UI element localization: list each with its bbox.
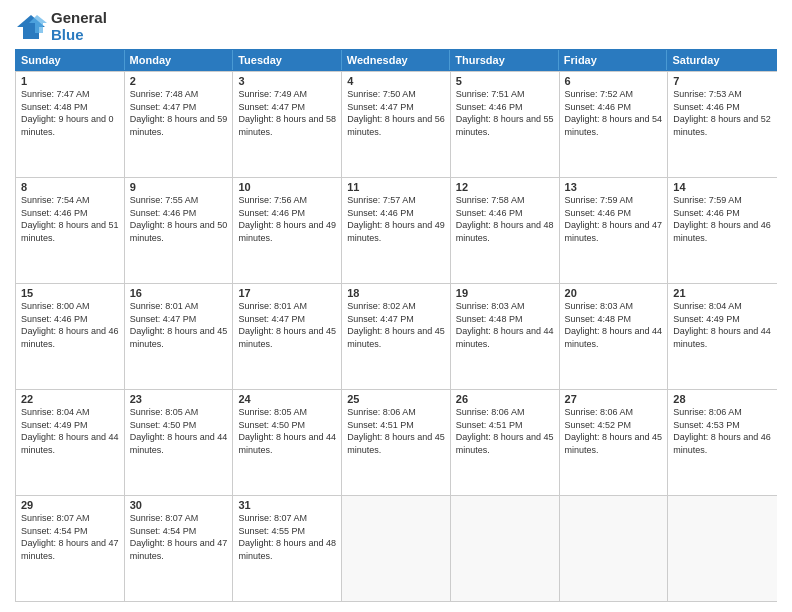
calendar-cell bbox=[560, 496, 669, 601]
calendar-cell: 10Sunrise: 7:56 AMSunset: 4:46 PMDayligh… bbox=[233, 178, 342, 283]
day-number: 18 bbox=[347, 287, 445, 299]
day-number: 20 bbox=[565, 287, 663, 299]
calendar-cell: 19Sunrise: 8:03 AMSunset: 4:48 PMDayligh… bbox=[451, 284, 560, 389]
cell-info: Sunrise: 7:47 AMSunset: 4:48 PMDaylight:… bbox=[21, 89, 114, 137]
day-number: 5 bbox=[456, 75, 554, 87]
day-number: 10 bbox=[238, 181, 336, 193]
calendar-cell: 14Sunrise: 7:59 AMSunset: 4:46 PMDayligh… bbox=[668, 178, 777, 283]
day-number: 1 bbox=[21, 75, 119, 87]
calendar-row: 29Sunrise: 8:07 AMSunset: 4:54 PMDayligh… bbox=[16, 495, 777, 601]
day-number: 28 bbox=[673, 393, 772, 405]
calendar-cell: 28Sunrise: 8:06 AMSunset: 4:53 PMDayligh… bbox=[668, 390, 777, 495]
day-number: 11 bbox=[347, 181, 445, 193]
calendar-cell: 20Sunrise: 8:03 AMSunset: 4:48 PMDayligh… bbox=[560, 284, 669, 389]
calendar-cell: 18Sunrise: 8:02 AMSunset: 4:47 PMDayligh… bbox=[342, 284, 451, 389]
calendar-cell: 16Sunrise: 8:01 AMSunset: 4:47 PMDayligh… bbox=[125, 284, 234, 389]
cell-info: Sunrise: 8:00 AMSunset: 4:46 PMDaylight:… bbox=[21, 301, 119, 349]
day-number: 3 bbox=[238, 75, 336, 87]
header-day: Wednesday bbox=[342, 50, 451, 70]
calendar-row: 22Sunrise: 8:04 AMSunset: 4:49 PMDayligh… bbox=[16, 389, 777, 495]
calendar-cell: 3Sunrise: 7:49 AMSunset: 4:47 PMDaylight… bbox=[233, 72, 342, 177]
day-number: 8 bbox=[21, 181, 119, 193]
day-number: 30 bbox=[130, 499, 228, 511]
calendar-cell: 9Sunrise: 7:55 AMSunset: 4:46 PMDaylight… bbox=[125, 178, 234, 283]
header-day: Thursday bbox=[450, 50, 559, 70]
calendar-row: 15Sunrise: 8:00 AMSunset: 4:46 PMDayligh… bbox=[16, 283, 777, 389]
calendar-cell: 1Sunrise: 7:47 AMSunset: 4:48 PMDaylight… bbox=[16, 72, 125, 177]
header-day: Monday bbox=[125, 50, 234, 70]
day-number: 7 bbox=[673, 75, 772, 87]
calendar-cell: 12Sunrise: 7:58 AMSunset: 4:46 PMDayligh… bbox=[451, 178, 560, 283]
cell-info: Sunrise: 7:49 AMSunset: 4:47 PMDaylight:… bbox=[238, 89, 336, 137]
calendar-cell bbox=[451, 496, 560, 601]
day-number: 15 bbox=[21, 287, 119, 299]
cell-info: Sunrise: 8:06 AMSunset: 4:51 PMDaylight:… bbox=[347, 407, 445, 455]
cell-info: Sunrise: 7:48 AMSunset: 4:47 PMDaylight:… bbox=[130, 89, 228, 137]
calendar-cell: 29Sunrise: 8:07 AMSunset: 4:54 PMDayligh… bbox=[16, 496, 125, 601]
cell-info: Sunrise: 7:54 AMSunset: 4:46 PMDaylight:… bbox=[21, 195, 119, 243]
cell-info: Sunrise: 7:53 AMSunset: 4:46 PMDaylight:… bbox=[673, 89, 771, 137]
calendar-cell: 24Sunrise: 8:05 AMSunset: 4:50 PMDayligh… bbox=[233, 390, 342, 495]
cell-info: Sunrise: 7:59 AMSunset: 4:46 PMDaylight:… bbox=[673, 195, 771, 243]
calendar-header: SundayMondayTuesdayWednesdayThursdayFrid… bbox=[15, 49, 777, 71]
cell-info: Sunrise: 8:06 AMSunset: 4:53 PMDaylight:… bbox=[673, 407, 771, 455]
calendar-cell: 26Sunrise: 8:06 AMSunset: 4:51 PMDayligh… bbox=[451, 390, 560, 495]
day-number: 27 bbox=[565, 393, 663, 405]
day-number: 9 bbox=[130, 181, 228, 193]
cell-info: Sunrise: 7:55 AMSunset: 4:46 PMDaylight:… bbox=[130, 195, 228, 243]
cell-info: Sunrise: 8:06 AMSunset: 4:52 PMDaylight:… bbox=[565, 407, 663, 455]
calendar-cell: 21Sunrise: 8:04 AMSunset: 4:49 PMDayligh… bbox=[668, 284, 777, 389]
cell-info: Sunrise: 8:01 AMSunset: 4:47 PMDaylight:… bbox=[130, 301, 228, 349]
calendar-cell: 6Sunrise: 7:52 AMSunset: 4:46 PMDaylight… bbox=[560, 72, 669, 177]
page: General Blue SundayMondayTuesdayWednesda… bbox=[0, 0, 792, 612]
day-number: 6 bbox=[565, 75, 663, 87]
header-day: Saturday bbox=[667, 50, 776, 70]
header-day: Sunday bbox=[16, 50, 125, 70]
header-day: Friday bbox=[559, 50, 668, 70]
calendar-cell: 15Sunrise: 8:00 AMSunset: 4:46 PMDayligh… bbox=[16, 284, 125, 389]
cell-info: Sunrise: 8:07 AMSunset: 4:55 PMDaylight:… bbox=[238, 513, 336, 561]
cell-info: Sunrise: 8:03 AMSunset: 4:48 PMDaylight:… bbox=[456, 301, 554, 349]
day-number: 21 bbox=[673, 287, 772, 299]
calendar-cell: 13Sunrise: 7:59 AMSunset: 4:46 PMDayligh… bbox=[560, 178, 669, 283]
calendar-cell bbox=[668, 496, 777, 601]
day-number: 13 bbox=[565, 181, 663, 193]
cell-info: Sunrise: 8:03 AMSunset: 4:48 PMDaylight:… bbox=[565, 301, 663, 349]
cell-info: Sunrise: 7:59 AMSunset: 4:46 PMDaylight:… bbox=[565, 195, 663, 243]
cell-info: Sunrise: 8:02 AMSunset: 4:47 PMDaylight:… bbox=[347, 301, 445, 349]
calendar-row: 8Sunrise: 7:54 AMSunset: 4:46 PMDaylight… bbox=[16, 177, 777, 283]
calendar-cell: 7Sunrise: 7:53 AMSunset: 4:46 PMDaylight… bbox=[668, 72, 777, 177]
day-number: 24 bbox=[238, 393, 336, 405]
cell-info: Sunrise: 8:05 AMSunset: 4:50 PMDaylight:… bbox=[130, 407, 228, 455]
header: General Blue bbox=[15, 10, 777, 43]
calendar-cell: 25Sunrise: 8:06 AMSunset: 4:51 PMDayligh… bbox=[342, 390, 451, 495]
calendar-cell: 5Sunrise: 7:51 AMSunset: 4:46 PMDaylight… bbox=[451, 72, 560, 177]
day-number: 19 bbox=[456, 287, 554, 299]
calendar-cell: 31Sunrise: 8:07 AMSunset: 4:55 PMDayligh… bbox=[233, 496, 342, 601]
day-number: 31 bbox=[238, 499, 336, 511]
day-number: 26 bbox=[456, 393, 554, 405]
calendar-cell: 8Sunrise: 7:54 AMSunset: 4:46 PMDaylight… bbox=[16, 178, 125, 283]
day-number: 16 bbox=[130, 287, 228, 299]
calendar-cell bbox=[342, 496, 451, 601]
day-number: 22 bbox=[21, 393, 119, 405]
header-day: Tuesday bbox=[233, 50, 342, 70]
calendar-cell: 2Sunrise: 7:48 AMSunset: 4:47 PMDaylight… bbox=[125, 72, 234, 177]
day-number: 4 bbox=[347, 75, 445, 87]
cell-info: Sunrise: 7:57 AMSunset: 4:46 PMDaylight:… bbox=[347, 195, 445, 243]
calendar-cell: 4Sunrise: 7:50 AMSunset: 4:47 PMDaylight… bbox=[342, 72, 451, 177]
cell-info: Sunrise: 8:04 AMSunset: 4:49 PMDaylight:… bbox=[21, 407, 119, 455]
calendar-cell: 22Sunrise: 8:04 AMSunset: 4:49 PMDayligh… bbox=[16, 390, 125, 495]
cell-info: Sunrise: 7:52 AMSunset: 4:46 PMDaylight:… bbox=[565, 89, 663, 137]
day-number: 25 bbox=[347, 393, 445, 405]
day-number: 23 bbox=[130, 393, 228, 405]
calendar-cell: 23Sunrise: 8:05 AMSunset: 4:50 PMDayligh… bbox=[125, 390, 234, 495]
cell-info: Sunrise: 7:58 AMSunset: 4:46 PMDaylight:… bbox=[456, 195, 554, 243]
day-number: 14 bbox=[673, 181, 772, 193]
calendar-cell: 17Sunrise: 8:01 AMSunset: 4:47 PMDayligh… bbox=[233, 284, 342, 389]
cell-info: Sunrise: 8:07 AMSunset: 4:54 PMDaylight:… bbox=[130, 513, 228, 561]
calendar: SundayMondayTuesdayWednesdayThursdayFrid… bbox=[15, 49, 777, 602]
cell-info: Sunrise: 7:56 AMSunset: 4:46 PMDaylight:… bbox=[238, 195, 336, 243]
cell-info: Sunrise: 8:04 AMSunset: 4:49 PMDaylight:… bbox=[673, 301, 771, 349]
calendar-cell: 30Sunrise: 8:07 AMSunset: 4:54 PMDayligh… bbox=[125, 496, 234, 601]
